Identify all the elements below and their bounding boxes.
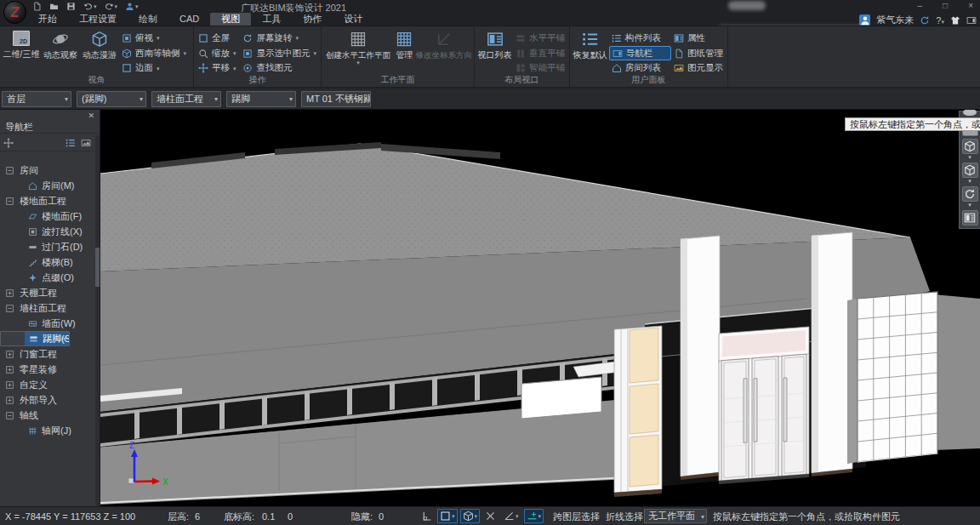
app-logo[interactable]: Z [3, 1, 26, 24]
workplane-select[interactable]: 无工作平面 [644, 509, 707, 523]
undo-button[interactable]: ▾ [83, 2, 97, 11]
project-type-select[interactable]: 墙柱面工程 [151, 91, 221, 107]
create-workplane-button[interactable]: 创建水平工作平面 ▾ [323, 29, 393, 76]
nav-group-flooring[interactable]: 楼地面工程 [0, 193, 95, 208]
nav-item-wall-face[interactable]: 墙面(W) [0, 316, 95, 331]
isometric-button[interactable]: 西南等轴侧▾ [119, 46, 189, 61]
nav-item-border-line[interactable]: 波打线(X) [0, 224, 95, 239]
tab-view[interactable]: 视图 [210, 13, 251, 26]
nav-group-doors-windows[interactable]: 门窗工程 [0, 346, 95, 362]
nav-group-misc-decoration[interactable]: 零星装修 [0, 362, 95, 377]
tab-collaborate[interactable]: 协作 [292, 13, 333, 26]
base-elevation-value: 0.1 [262, 507, 275, 525]
nav-item-floor[interactable]: 楼地面(F) [0, 208, 95, 224]
maximize-button[interactable]: □ [943, 1, 948, 10]
collaborate-button[interactable]: ▾ [125, 2, 139, 11]
tab-tools[interactable]: 工具 [251, 13, 292, 26]
save-button[interactable] [66, 2, 76, 11]
ribbon-group-operations: 全屏 缩放▾ 平移▾ 屏幕旋转▾ 显示选中图元▾ 查找图元 操作 [194, 26, 322, 87]
scrollbar-thumb[interactable] [95, 248, 100, 287]
image-view-icon[interactable] [81, 138, 91, 148]
tab-project-settings[interactable]: 工程设置 [68, 13, 128, 26]
restore-default-button[interactable]: 恢复默认 [572, 29, 609, 76]
nav-item-decor[interactable]: 点缀(O) [0, 270, 95, 285]
chevron-down-icon[interactable]: ▾ [968, 179, 971, 184]
entrance-doors [719, 327, 809, 484]
gizmo-z-label: Z [129, 441, 134, 450]
model-viewport[interactable]: Z X 按鼠标左键指定第一个角点，或拾取构件 2D ▾ ▾ ▾ [100, 110, 980, 506]
drawing-manage-button[interactable]: 图纸管理 [671, 46, 726, 61]
navigator-button[interactable]: 导航栏 [609, 46, 671, 60]
category-select[interactable]: (踢脚) [77, 91, 146, 107]
view-rotate-button[interactable] [962, 186, 978, 202]
walkthrough-button[interactable]: 动态漫游 [80, 29, 119, 76]
ribbon-group-user-panel: 恢复默认 构件列表 导航栏 房间列表 属性 图纸管理 图元显示 用户面板 [570, 26, 728, 87]
nav-group-ceiling[interactable]: 天棚工程 [0, 285, 95, 300]
element-display-icon [674, 63, 684, 73]
zoom-button[interactable]: 缩放▾ [196, 46, 240, 61]
camera-icon[interactable] [963, 110, 977, 116]
nav-item-skirting[interactable]: 踢脚(S) [0, 331, 70, 346]
top-view-button[interactable]: 俯视▾ [119, 31, 189, 46]
orbit-button[interactable]: 动态观察 [41, 29, 80, 76]
crosshair-toggle[interactable] [482, 509, 499, 523]
new-file-button[interactable] [32, 2, 42, 11]
rotate-screen-button[interactable]: 屏幕旋转▾ [240, 31, 319, 46]
tab-cad[interactable]: CAD [168, 13, 210, 26]
floor-select[interactable]: 首层 [2, 91, 71, 107]
viewport-list-button[interactable]: 视口列表 [476, 29, 513, 76]
find-element-icon [242, 63, 253, 73]
close-icon[interactable]: ✕ [88, 111, 94, 120]
tab-design[interactable]: 设计 [333, 13, 373, 26]
nav-group-external-import[interactable]: 外部导入 [0, 392, 95, 408]
component-list-button[interactable]: 构件列表 [609, 31, 671, 46]
view-mode-toggle[interactable]: ▾ [460, 509, 481, 523]
component-type-select[interactable]: 踢脚 [226, 91, 296, 107]
snap-line-toggle[interactable]: ▾ [524, 509, 544, 523]
chevron-down-icon[interactable]: ▾ [968, 155, 971, 160]
tab-start[interactable]: 开始 [27, 13, 68, 26]
help-button[interactable]: ?▾ [936, 15, 944, 26]
fullscreen-button[interactable]: 全屏 [196, 31, 240, 46]
nav-item-room[interactable]: 房间(M) [0, 178, 95, 193]
ortho-toggle[interactable] [419, 509, 435, 523]
selection-box-toggle[interactable]: ▾ [437, 509, 458, 523]
nav-group-custom[interactable]: 自定义 [0, 377, 95, 392]
manage-workplane-button[interactable]: 管理 [393, 29, 416, 76]
angle-snap-toggle[interactable]: ▾ [501, 509, 521, 523]
close-button[interactable]: × [968, 1, 973, 10]
nav-item-door-stone[interactable]: 过门石(D) [0, 239, 95, 254]
base-elevation-extra: 0 [288, 507, 293, 525]
drawing-manage-icon [674, 49, 684, 59]
view-cube-secondary-button[interactable] [962, 163, 978, 178]
nav-group-axes[interactable]: 轴线 [0, 408, 95, 423]
sidebar-scrollbar[interactable] [95, 135, 100, 506]
minimize-button[interactable]: – [918, 1, 923, 10]
panel-toggle-icon[interactable] [966, 15, 977, 26]
sync-icon[interactable] [920, 15, 930, 26]
tab-draw[interactable]: 绘制 [128, 13, 168, 26]
redo-button[interactable]: ▾ [105, 2, 118, 11]
user-avatar[interactable] [859, 14, 870, 26]
view-grid-list-button[interactable] [962, 210, 978, 225]
chevron-down-icon[interactable]: ▾ [968, 203, 971, 208]
theme-icon[interactable] [950, 15, 960, 26]
base-elevation-label: 底标高: [224, 507, 254, 525]
nav-group-rooms[interactable]: 房间 [0, 163, 95, 178]
gizmo-tool-icon[interactable] [3, 138, 14, 148]
nav-item-grid-axis[interactable]: 轴网(J) [0, 423, 95, 438]
properties-button[interactable]: 属性 [671, 31, 726, 46]
zoom-icon [198, 49, 208, 59]
2d-3d-button[interactable]: 2D 二维/三维 [2, 29, 41, 76]
cross-layer-select-toggle[interactable]: 跨图层选择 [553, 507, 600, 525]
material-select[interactable]: MT 01 不锈钢踢 [301, 91, 371, 107]
show-selected-button[interactable]: 显示选中图元▾ [240, 46, 319, 61]
view-cube-button[interactable] [962, 139, 978, 154]
polyline-select-toggle[interactable]: 折线选择 [606, 507, 643, 525]
nav-group-wall-column[interactable]: 墙柱面工程 [0, 300, 95, 316]
nav-item-stairs[interactable]: 楼梯(B) [0, 254, 95, 270]
list-view-icon[interactable] [66, 138, 76, 148]
open-file-button[interactable] [49, 2, 59, 11]
orbit-icon [52, 31, 69, 48]
properties-icon [674, 33, 684, 43]
